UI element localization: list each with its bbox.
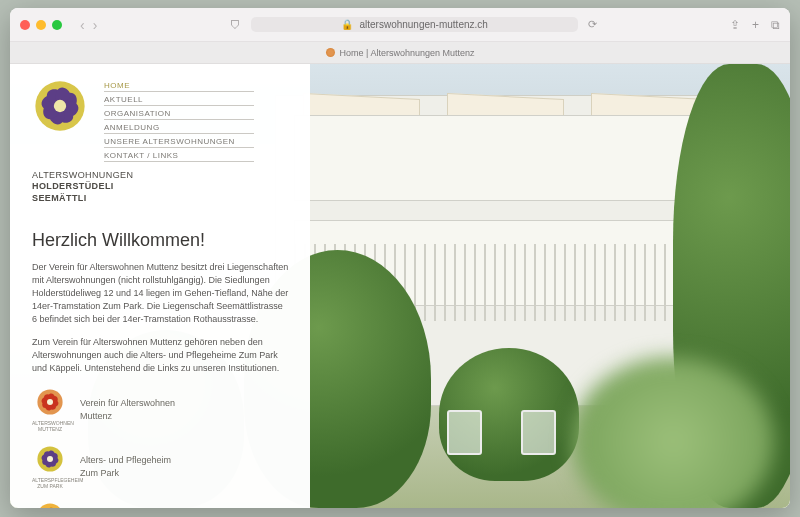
nav-buttons: ‹ › <box>80 17 97 33</box>
fullscreen-window-button[interactable] <box>52 20 62 30</box>
address-bar[interactable]: 🔒 alterswohnungen-muttenz.ch <box>251 17 577 32</box>
tab-strip: Home | Alterswohnungen Muttenz <box>10 42 790 64</box>
lock-icon: 🔒 <box>341 19 353 30</box>
partner-label: Verein für AlterswohnenMuttenz <box>80 397 175 421</box>
close-window-button[interactable] <box>20 20 30 30</box>
svg-point-6 <box>37 504 62 508</box>
favicon-icon <box>326 48 335 57</box>
partner-logo-icon: ALTERSPFLEGEHEIM ZUM PARK <box>32 444 68 489</box>
partner-logo-icon: ALTERSWOHNEN MUTTENZ <box>32 387 68 432</box>
forward-button[interactable]: › <box>93 17 98 33</box>
tab-title[interactable]: Home | Alterswohnungen Muttenz <box>340 48 475 58</box>
url-text: alterswohnungen-muttenz.ch <box>359 19 487 30</box>
partner-link-2[interactable]: ALTERSPFLEGEHEIM KÄPPELI Alters- und Pfl… <box>32 501 290 508</box>
nav-item-aktuell[interactable]: AKTUELL <box>104 94 254 106</box>
reload-button[interactable]: ⟳ <box>588 18 597 31</box>
nav-item-kontakt[interactable]: KONTAKT / LINKS <box>104 150 254 162</box>
partner-link-0[interactable]: ALTERSWOHNEN MUTTENZ Verein für Alterswo… <box>32 387 290 432</box>
partner-label: Alters- und PflegeheimZum Park <box>80 454 171 478</box>
nav-item-home[interactable]: HOME <box>104 80 254 92</box>
brand-text: ALTERSWOHNUNGEN HOLDERSTÜDELI SEEMÄTTLI <box>32 170 290 204</box>
nav-item-wohnungen[interactable]: UNSERE ALTERSWOHNUNGEN <box>104 136 254 148</box>
nav-item-anmeldung[interactable]: ANMELDUNG <box>104 122 254 134</box>
tabs-button[interactable]: ⧉ <box>771 18 780 32</box>
site-logo[interactable] <box>32 78 88 134</box>
minimize-window-button[interactable] <box>36 20 46 30</box>
intro-paragraph-1: Der Verein für Alterswohnen Muttenz besi… <box>32 261 290 326</box>
content-panel: HOME AKTUELL ORGANISATION ANMELDUNG UNSE… <box>10 64 310 508</box>
page-title: Herzlich Willkommen! <box>32 230 290 251</box>
partner-link-1[interactable]: ALTERSPFLEGEHEIM ZUM PARK Alters- und Pf… <box>32 444 290 489</box>
svg-point-5 <box>47 456 53 462</box>
shield-icon[interactable]: ⛉ <box>230 19 241 31</box>
svg-point-3 <box>47 399 53 405</box>
intro-paragraph-2: Zum Verein für Alterswohnen Muttenz gehö… <box>32 336 290 375</box>
page-viewport: HOME AKTUELL ORGANISATION ANMELDUNG UNSE… <box>10 64 790 508</box>
back-button[interactable]: ‹ <box>80 17 85 33</box>
nav-item-organisation[interactable]: ORGANISATION <box>104 108 254 120</box>
partner-logo-icon: ALTERSPFLEGEHEIM KÄPPELI <box>32 501 68 508</box>
browser-window: ‹ › ⛉ 🔒 alterswohnungen-muttenz.ch ⟳ ⇪ +… <box>10 8 790 508</box>
share-button[interactable]: ⇪ <box>730 18 740 32</box>
main-nav: HOME AKTUELL ORGANISATION ANMELDUNG UNSE… <box>104 78 254 162</box>
titlebar: ‹ › ⛉ 🔒 alterswohnungen-muttenz.ch ⟳ ⇪ +… <box>10 8 790 42</box>
svg-point-1 <box>54 100 66 112</box>
window-controls <box>20 20 62 30</box>
new-tab-button[interactable]: + <box>752 18 759 32</box>
